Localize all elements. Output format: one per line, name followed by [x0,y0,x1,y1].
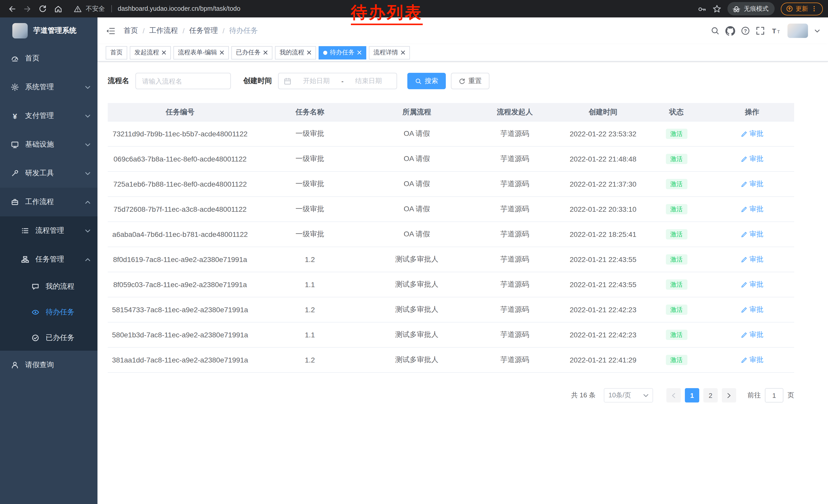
approve-link[interactable]: 审批 [741,154,763,164]
topbar-actions: ? TT [710,24,820,38]
page-size-select[interactable]: 10条/页 [604,388,653,403]
task-created: 2022-01-21 22:41:29 [563,348,643,372]
task-created: 2022-01-21 22:42:23 [563,297,643,322]
tab-process-form-edit[interactable]: 流程表单-编辑 [173,46,229,59]
process-name-input[interactable] [135,73,231,89]
sidebar-item-system[interactable]: 系统管理 [0,73,97,101]
sidebar-item-payment[interactable]: ¥ 支付管理 [0,101,97,130]
sidebar-item-task-management[interactable]: 任务管理 [0,245,97,274]
tab-home[interactable]: 首页 [106,46,127,59]
help-icon[interactable]: ? [741,26,750,35]
approve-link[interactable]: 审批 [741,305,763,314]
sidebar-item-process-management[interactable]: 流程管理 [0,216,97,245]
approve-link[interactable]: 审批 [741,230,763,239]
task-name: 1.2 [252,297,367,322]
chevron-down-icon [85,114,90,118]
task-id: 580e1b3d-7ac8-11ec-a9e2-a2380e71991a [108,322,252,347]
sidebar-item-leave-query[interactable]: 请假查询 [0,351,97,379]
approve-link[interactable]: 审批 [741,204,763,214]
task-name: 一级审批 [252,122,367,146]
sidebar-item-my-process[interactable]: 我的流程 [0,274,97,300]
status-badge: 激活 [666,229,687,240]
chevron-down-icon[interactable] [815,29,820,33]
approve-link[interactable]: 审批 [741,355,763,365]
next-page-button[interactable] [722,388,736,403]
tab-done-tasks[interactable]: 已办任务 [232,46,273,59]
task-created: 2022-01-21 22:43:55 [563,272,643,297]
approve-link[interactable]: 审批 [741,129,763,138]
sidebar-toggle-icon[interactable] [106,26,115,36]
close-icon[interactable] [219,50,224,55]
chevron-down-icon [643,394,649,397]
sidebar-item-todo-tasks[interactable]: 待办任务 [0,300,97,325]
task-id: 8f0d1619-7ac8-11ec-a9e2-a2380e71991a [108,247,252,272]
user-icon [10,361,19,369]
close-icon[interactable] [357,50,362,55]
table-row: 8f059c03-7ac8-11ec-a9e2-a2380e71991a 1.1… [108,272,794,297]
close-icon[interactable] [162,50,166,55]
column-header: 状态 [643,103,710,121]
fullscreen-icon[interactable] [756,26,765,35]
tab-start-process[interactable]: 发起流程 [130,46,171,59]
status-badge: 激活 [666,153,687,164]
forward-icon[interactable] [20,2,34,15]
search-button[interactable]: 搜索 [407,73,446,89]
search-icon[interactable] [710,26,720,35]
end-date-placeholder: 结束日期 [345,77,391,86]
topbar: 首页 / 工作流程 / 任务管理 / 待办任务 ? [97,17,828,44]
task-process: OA 请假 [367,122,466,146]
tab-process-detail[interactable]: 流程详情 [369,46,410,59]
sidebar-menu: 首页 系统管理 ¥ 支付管理 [0,44,97,379]
active-tab-dot [323,50,327,55]
sidebar-item-devtools[interactable]: 研发工具 [0,159,97,188]
chevron-down-icon [85,85,90,89]
approve-link[interactable]: 审批 [741,255,763,264]
task-initiator: 芋道源码 [466,297,563,322]
task-process: 测试多审批人 [367,322,466,347]
sidebar-item-done-tasks[interactable]: 已办任务 [0,325,97,351]
key-icon[interactable] [698,4,706,13]
home-icon[interactable] [51,2,65,15]
tab-todo-tasks[interactable]: 待办任务 [319,46,366,59]
task-process: 测试多审批人 [367,348,466,372]
approve-link[interactable]: 审批 [741,280,763,289]
breadcrumb-item-task-management[interactable]: 任务管理 [189,26,218,35]
update-button[interactable]: 更新 [781,2,823,15]
breadcrumb-item-workflow[interactable]: 工作流程 [149,26,178,35]
page-button-2[interactable]: 2 [703,388,718,403]
column-header: 流程发起人 [466,103,563,121]
sidebar-item-home[interactable]: 首页 [0,44,97,73]
app-logo[interactable]: 芋道管理系统 [0,17,97,44]
tab-my-process[interactable]: 我的流程 [275,46,316,59]
task-id: 58154733-7ac8-11ec-a9e2-a2380e71991a [108,297,252,322]
font-size-icon[interactable]: TT [771,27,782,35]
close-icon[interactable] [263,50,268,55]
incognito-icon [732,5,741,12]
annotation-title: 待办列表 [351,3,423,25]
page-button-1[interactable]: 1 [685,388,699,403]
star-icon[interactable] [713,4,721,13]
task-created: 2022-01-22 18:25:41 [563,222,643,246]
org-icon [20,255,30,264]
breadcrumb-item-home[interactable]: 首页 [124,26,138,35]
approve-link[interactable]: 审批 [741,179,763,189]
date-range-picker[interactable]: 开始日期 - 结束日期 [278,73,397,89]
approve-link[interactable]: 审批 [741,330,763,339]
goto-page-input[interactable] [765,388,783,403]
page-content: 流程名 创建时间 开始日期 - 结束日期 搜索 [97,61,828,504]
process-name-label: 流程名 [108,77,129,86]
close-icon[interactable] [401,50,405,55]
more-menu-icon[interactable] [811,5,818,12]
user-avatar[interactable] [787,24,808,38]
sidebar-item-workflow[interactable]: 工作流程 [0,188,97,216]
start-date-placeholder: 开始日期 [293,77,339,86]
github-icon[interactable] [726,26,735,36]
prev-page-button[interactable] [666,388,681,403]
chrome-actions: 无痕模式 更新 [698,2,823,15]
back-icon[interactable] [5,2,18,15]
task-name: 一级审批 [252,172,367,196]
refresh-icon[interactable] [36,2,49,15]
close-icon[interactable] [307,50,312,55]
reset-button[interactable]: 重置 [451,73,489,89]
sidebar-item-infrastructure[interactable]: 基础设施 [0,130,97,159]
